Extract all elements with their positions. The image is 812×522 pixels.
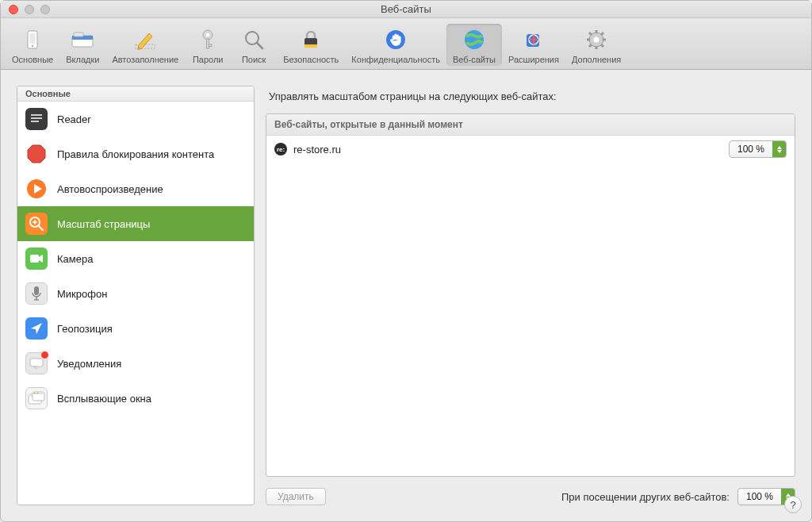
sidebar: Основные Reader Правила блокирования кон… <box>17 86 255 505</box>
pencil-icon <box>132 27 158 52</box>
tab-label: Дополнения <box>572 55 621 64</box>
traffic-lights <box>9 5 50 14</box>
sidebar-item-label: Камера <box>57 253 93 265</box>
sidebar-item-location[interactable]: Геопозиция <box>17 311 254 346</box>
svg-line-27 <box>589 44 592 47</box>
sidebar-item-content-blockers[interactable]: Правила блокирования контента <box>17 136 254 171</box>
zoom-value: 100 % <box>730 144 772 155</box>
titlebar: Веб-сайты <box>1 1 811 18</box>
tab-search[interactable]: Поиск <box>231 24 277 66</box>
svg-line-28 <box>601 33 603 35</box>
notification-icon <box>25 352 48 374</box>
svg-rect-39 <box>30 255 39 263</box>
content-area: Основные Reader Правила блокирования кон… <box>1 70 811 521</box>
sidebar-item-camera[interactable]: Камера <box>17 241 254 276</box>
close-button[interactable] <box>9 5 18 14</box>
sidebar-item-page-zoom[interactable]: Масштаб страницы <box>17 206 254 241</box>
site-domain: re-store.ru <box>293 144 341 155</box>
toolbar: Основные Вкладки Автозаполнение Пароли П… <box>1 18 811 70</box>
tab-general[interactable]: Основные <box>6 24 59 66</box>
help-label: ? <box>790 499 795 511</box>
sidebar-item-label: Уведомления <box>57 358 121 370</box>
tab-websites[interactable]: Веб-сайты <box>446 24 502 66</box>
tab-tabs[interactable]: Вкладки <box>59 24 105 66</box>
svg-point-53 <box>37 393 39 394</box>
svg-rect-5 <box>74 33 83 36</box>
preferences-window: Веб-сайты Основные Вкладки Автозаполнени… <box>0 0 812 522</box>
svg-marker-46 <box>33 367 36 369</box>
delete-button[interactable]: Удалить <box>266 488 326 505</box>
search-icon <box>241 27 266 52</box>
tab-privacy[interactable]: Конфиденциальность <box>345 24 446 66</box>
svg-point-8 <box>206 33 210 37</box>
help-button[interactable]: ? <box>784 496 802 513</box>
tab-label: Основные <box>12 55 53 64</box>
puzzle-icon <box>521 27 546 52</box>
sidebar-item-reader[interactable]: Reader <box>17 102 254 136</box>
svg-marker-40 <box>39 255 43 263</box>
notification-badge <box>40 351 49 359</box>
tab-label: Поиск <box>242 55 266 64</box>
list-header: Веб-сайты, открытые в данный момент <box>266 114 795 136</box>
svg-rect-41 <box>34 286 39 295</box>
svg-point-51 <box>33 393 35 394</box>
minimize-button[interactable] <box>25 5 34 14</box>
sidebar-item-notifications[interactable]: Уведомления <box>17 346 254 381</box>
default-zoom-group: При посещении других веб-сайтов: 100 % <box>561 488 795 505</box>
lock-icon <box>298 27 324 52</box>
tab-label: Автозаполнение <box>112 55 178 64</box>
cog-icon <box>584 27 609 52</box>
tab-label: Конфиденциальность <box>351 55 440 64</box>
tab-autofill[interactable]: Автозаполнение <box>105 24 185 66</box>
default-zoom-label: При посещении других веб-сайтов: <box>561 491 730 503</box>
svg-marker-32 <box>28 145 45 163</box>
site-info: re: re-store.ru <box>274 143 341 155</box>
sidebar-item-label: Масштаб страницы <box>57 218 150 230</box>
globe-icon <box>462 27 487 52</box>
svg-rect-9 <box>207 39 209 48</box>
svg-rect-14 <box>304 44 317 48</box>
svg-marker-44 <box>31 323 42 334</box>
tab-extensions[interactable]: Расширения <box>502 24 565 66</box>
reader-icon <box>25 108 48 130</box>
sidebar-item-label: Автовоспроизведение <box>57 183 163 195</box>
zoom-button[interactable] <box>40 5 50 14</box>
main-panel: Управлять масштабом страницы на следующи… <box>266 86 795 505</box>
sidebar-item-autoplay[interactable]: Автовоспроизведение <box>17 171 254 206</box>
svg-line-36 <box>39 226 44 231</box>
bottom-bar: Удалить При посещении других веб-сайтов:… <box>266 488 795 505</box>
zoom-select[interactable]: 100 % <box>729 140 787 158</box>
main-heading: Управлять масштабом страницы на следующи… <box>269 90 795 102</box>
svg-line-25 <box>589 33 592 35</box>
sidebar-item-microphone[interactable]: Микрофон <box>17 276 254 311</box>
camera-icon <box>25 248 48 270</box>
svg-point-20 <box>594 37 599 43</box>
default-zoom-value: 100 % <box>738 491 781 502</box>
svg-rect-10 <box>209 44 212 47</box>
svg-rect-1 <box>30 33 36 44</box>
sidebar-item-popups[interactable]: Всплывающие окна <box>17 381 254 416</box>
tab-label: Веб-сайты <box>453 55 496 64</box>
tab-advanced[interactable]: Дополнения <box>565 24 627 66</box>
microphone-icon <box>25 282 48 305</box>
site-favicon: re: <box>274 143 287 155</box>
tab-label: Пароли <box>193 55 224 64</box>
tab-security[interactable]: Безопасность <box>277 24 345 66</box>
sidebar-item-label: Reader <box>57 113 91 125</box>
zoom-icon <box>25 213 48 235</box>
tab-label: Вкладки <box>66 55 99 64</box>
svg-point-52 <box>36 393 37 394</box>
tab-label: Расширения <box>508 55 559 64</box>
tab-passwords[interactable]: Пароли <box>185 24 231 66</box>
svg-point-16 <box>465 30 484 49</box>
svg-line-12 <box>257 43 262 48</box>
sidebar-item-label: Всплывающие окна <box>57 393 151 405</box>
tab-label: Безопасность <box>283 55 339 64</box>
sidebar-header: Основные <box>17 86 254 102</box>
key-icon <box>195 27 220 52</box>
svg-rect-45 <box>30 359 43 367</box>
site-row[interactable]: re: re-store.ru 100 % <box>266 136 795 163</box>
hand-icon <box>383 27 408 52</box>
location-icon <box>25 317 48 340</box>
svg-point-2 <box>32 45 33 47</box>
